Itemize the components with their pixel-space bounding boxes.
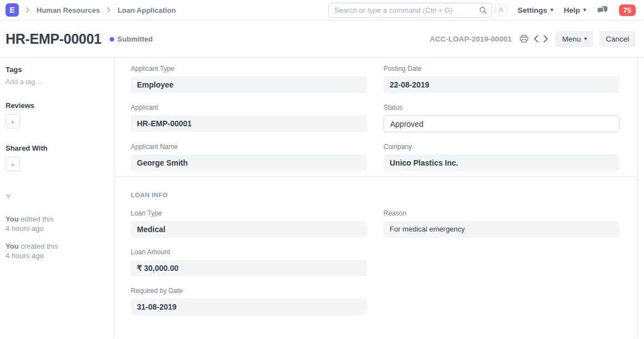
field-loan-type: Loan Type Medical	[131, 209, 367, 238]
reviews-heading: Reviews	[6, 101, 106, 110]
activity-action: edited this	[21, 215, 53, 223]
field-label: Applicant Type	[131, 65, 367, 73]
loan-type-value: Medical	[131, 221, 367, 238]
field-loan-amount: Loan Amount ₹ 30,000.00	[131, 248, 367, 276]
posting-date-value: 22-08-2019	[384, 76, 620, 93]
activity-time: 4 hours ago	[6, 224, 44, 233]
print-icon[interactable]	[517, 32, 531, 45]
field-label: Company	[384, 143, 620, 151]
cancel-button-label: Cancel	[606, 35, 629, 43]
menu-button[interactable]: Menu ▾	[555, 31, 594, 47]
field-applicant-type: Applicant Type Employee	[131, 65, 367, 93]
caret-down-icon: ▾	[584, 36, 587, 42]
field-label: Applicant Name	[131, 143, 367, 151]
activity-user: You	[6, 215, 19, 223]
loan-info-section-heading: LOAN INFO	[131, 192, 620, 198]
app-logo[interactable]: E	[6, 3, 19, 17]
settings-label: Settings	[518, 6, 547, 14]
tags-heading: Tags	[6, 65, 106, 74]
field-label: Required by Date	[131, 287, 367, 295]
plus-icon: +	[11, 117, 16, 126]
page-actions: ACC-LOAP-2019-00001 Menu ▾ Cancel	[430, 31, 636, 47]
form-layout: Applicant Type Employee Posting Date 22-…	[115, 58, 638, 338]
reason-value: For medical emergency	[384, 221, 620, 238]
applicant-value: HR-EMP-00001	[131, 115, 367, 132]
menu-button-label: Menu	[562, 35, 581, 43]
search-input[interactable]	[328, 3, 492, 18]
add-review-button[interactable]: +	[6, 114, 20, 129]
shared-with-heading: Shared With	[6, 144, 106, 152]
add-tag-link[interactable]: Add a tag ...	[6, 78, 106, 86]
loan-amount-value: ₹ 30,000.00	[131, 260, 367, 276]
applicant-type-value: Employee	[131, 76, 367, 93]
breadcrumb-module[interactable]: Human Resources	[37, 6, 100, 14]
breadcrumb-doctype[interactable]: Loan Application	[117, 6, 176, 14]
keyboard-shortcut-icon[interactable]: A	[495, 4, 507, 16]
page-title: HR-EMP-00001	[6, 31, 101, 47]
chevron-right-icon	[104, 6, 113, 14]
company-value: Unico Plastics Inc.	[384, 155, 620, 171]
notification-count-badge[interactable]: 75	[619, 4, 636, 16]
activity-action: created this	[21, 242, 58, 250]
status-indicator-dot	[110, 37, 114, 42]
field-reason: Reason For medical emergency	[384, 209, 620, 238]
field-label: Posting Date	[384, 65, 620, 73]
document-id: ACC-LOAP-2019-00001	[430, 35, 512, 43]
next-document-icon[interactable]	[541, 33, 551, 45]
field-posting-date: Posting Date 22-08-2019	[384, 65, 620, 93]
form-sidebar: Tags Add a tag ... Reviews + Shared With…	[0, 58, 115, 338]
required-by-date-value: 31-08-2019	[131, 299, 367, 315]
field-label: Reason	[384, 209, 620, 217]
like-heart-icon[interactable]: ♥	[6, 191, 106, 202]
navbar: E Human Resources Loan Application A Set…	[0, 0, 644, 20]
activity-entry: You created this 4 hours ago	[6, 242, 106, 260]
settings-dropdown[interactable]: Settings ▾	[518, 6, 553, 14]
applicant-name-value: George Smith	[131, 155, 367, 171]
field-company: Company Unico Plastics Inc.	[384, 143, 620, 171]
chat-icon[interactable]	[597, 6, 609, 15]
caret-down-icon: ▾	[550, 7, 553, 13]
plus-icon: +	[11, 160, 16, 168]
activity-time: 4 hours ago	[6, 251, 44, 260]
chevron-right-icon	[23, 6, 32, 14]
form-section-loan-info: LOAN INFO Loan Type Medical Loan Amount …	[115, 177, 637, 320]
cancel-button[interactable]: Cancel	[599, 31, 636, 47]
navbar-right: A Settings ▾ Help ▾ 75	[495, 4, 636, 16]
page-body: Tags Add a tag ... Reviews + Shared With…	[0, 58, 644, 338]
activity-entry: You edited this 4 hours ago	[6, 214, 106, 233]
global-search	[328, 3, 492, 18]
field-label: Applicant	[131, 104, 367, 111]
field-label: Status	[384, 104, 620, 111]
search-icon	[479, 6, 487, 16]
field-required-by-date: Required by Date 31-08-2019	[131, 287, 367, 315]
status-input[interactable]	[384, 115, 620, 132]
help-dropdown[interactable]: Help ▾	[564, 6, 586, 14]
docstatus-label: Submitted	[117, 35, 153, 43]
page-head: HR-EMP-00001 Submitted ACC-LOAP-2019-000…	[0, 20, 644, 58]
field-label: Loan Type	[131, 209, 367, 217]
prev-document-icon[interactable]	[531, 33, 541, 45]
field-applicant-name: Applicant Name George Smith	[131, 143, 367, 171]
field-label: Loan Amount	[131, 248, 367, 256]
caret-down-icon: ▾	[584, 7, 586, 13]
field-applicant: Applicant HR-EMP-00001	[131, 104, 367, 132]
activity-user: You	[6, 242, 19, 250]
form-section-details: Applicant Type Employee Posting Date 22-…	[115, 58, 637, 177]
field-status: Status	[384, 104, 620, 132]
help-label: Help	[564, 6, 580, 14]
add-share-button[interactable]: +	[6, 157, 20, 171]
